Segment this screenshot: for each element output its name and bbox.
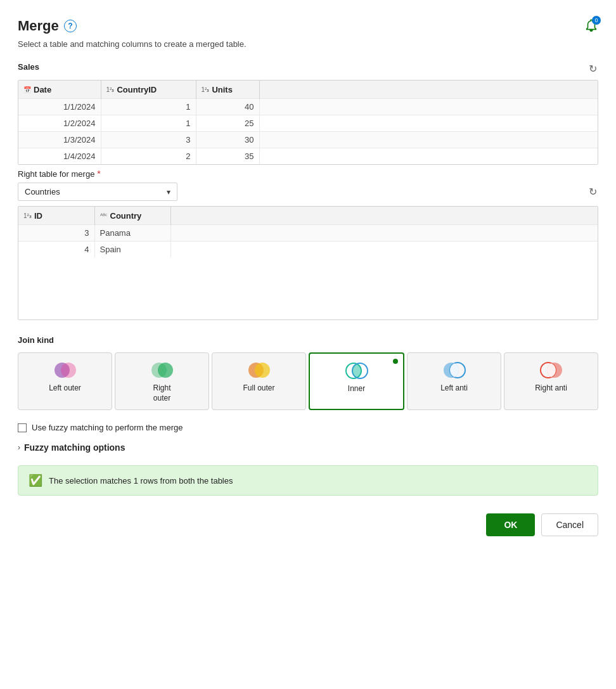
table-row: 1/1/2024 1 40 — [18, 99, 598, 115]
col-countryid-header[interactable]: 1²₃ CountryID — [101, 80, 196, 99]
table-row: 1/2/2024 1 25 — [18, 115, 598, 132]
join-option-inner-label: Inner — [348, 384, 365, 394]
join-options: Left outer Rightouter Full outer Inner — [18, 352, 598, 410]
col-units-header[interactable]: 1²₃ Units — [196, 80, 259, 99]
page-header: Merge ? 0 — [18, 18, 598, 34]
abc-icon: ᴬᴮᶜ — [100, 212, 108, 219]
extra-cell — [170, 225, 598, 241]
join-kind-label: Join kind — [18, 335, 598, 345]
right-anti-venn-icon — [537, 361, 565, 380]
extra-cell — [259, 115, 598, 132]
sales-section-header: Sales ↻ — [18, 61, 598, 76]
sales-refresh-button[interactable]: ↻ — [587, 61, 598, 76]
countryid-cell: 1 — [101, 115, 196, 132]
sales-table: 📅 Date 1²₃ CountryID 1²₃ Units — [18, 80, 598, 164]
join-option-right-anti[interactable]: Right anti — [504, 352, 598, 410]
table-row: 1/3/2024 3 30 — [18, 132, 598, 148]
join-option-right-outer[interactable]: Rightouter — [115, 352, 209, 410]
countryid-cell: 3 — [101, 132, 196, 148]
countries-table-container: 1²₃ ID ᴬᴮᶜ Country 3 Pa — [18, 206, 598, 320]
status-bar: ✅ The selection matches 1 rows from both… — [18, 465, 598, 496]
num-icon-units: 1²₃ — [202, 86, 210, 93]
extra-cell — [259, 148, 598, 165]
date-cell: 1/2/2024 — [18, 115, 101, 132]
dropdown-wrapper: Countries ▾ ↻ — [18, 183, 598, 201]
svg-point-3 — [158, 363, 173, 378]
num-icon-id: 1²₃ — [23, 212, 32, 219]
inner-venn-icon — [343, 361, 371, 380]
sales-table-container: 📅 Date 1²₃ CountryID 1²₃ Units — [18, 80, 598, 165]
notification-badge: 0 — [592, 16, 601, 25]
col-extra-header — [259, 80, 598, 99]
fuzzy-matching-checkbox[interactable] — [18, 423, 27, 432]
units-cell: 30 — [196, 132, 259, 148]
table-row: 4 Spain — [18, 241, 598, 258]
ok-button[interactable]: OK — [486, 513, 535, 536]
help-icon[interactable]: ? — [64, 20, 77, 32]
date-cell: 1/4/2024 — [18, 148, 101, 165]
selected-indicator — [392, 357, 399, 365]
right-table-dropdown[interactable]: Countries ▾ — [18, 183, 177, 201]
chevron-down-icon: ▾ — [167, 188, 170, 196]
id-cell: 3 — [18, 225, 94, 241]
page-title: Merge — [18, 18, 59, 34]
chevron-right-icon: › — [18, 443, 20, 452]
countryid-cell: 2 — [101, 148, 196, 165]
svg-point-5 — [255, 363, 270, 378]
cancel-button[interactable]: Cancel — [541, 513, 598, 536]
country-cell: Spain — [94, 241, 170, 258]
extra-cell — [170, 241, 598, 258]
status-message: The selection matches 1 rows from both t… — [49, 476, 233, 486]
right-table-label: Right table for merge — [18, 169, 94, 179]
right-outer-venn-icon — [148, 361, 176, 380]
left-anti-venn-icon — [440, 361, 468, 380]
join-option-full-outer-label: Full outer — [243, 383, 274, 394]
join-option-full-outer[interactable]: Full outer — [212, 352, 306, 410]
right-table-section: Right table for merge * Countries ▾ ↻ 1²… — [18, 169, 598, 320]
join-option-left-outer-label: Left outer — [49, 383, 81, 394]
join-option-left-anti[interactable]: Left anti — [407, 352, 501, 410]
col-id-header[interactable]: 1²₃ ID — [18, 207, 94, 225]
num-icon-countryid: 1²₃ — [106, 86, 115, 93]
page-subtitle: Select a table and matching columns to c… — [18, 39, 598, 49]
footer-buttons: OK Cancel — [18, 513, 598, 536]
join-option-left-anti-label: Left anti — [440, 383, 468, 394]
countryid-cell: 1 — [101, 99, 196, 115]
date-cell: 1/3/2024 — [18, 132, 101, 148]
date-cell: 1/1/2024 — [18, 99, 101, 115]
required-indicator: * — [97, 169, 100, 179]
dropdown-value: Countries — [25, 187, 60, 196]
svg-point-1 — [61, 363, 76, 378]
status-check-icon: ✅ — [29, 473, 42, 487]
notification-icon[interactable]: 0 — [584, 18, 598, 34]
col-date-header[interactable]: 📅 Date — [18, 80, 101, 99]
join-option-inner[interactable]: Inner — [309, 352, 404, 410]
right-table-refresh-button[interactable]: ↻ — [587, 184, 598, 199]
sales-label: Sales — [18, 62, 39, 72]
fuzzy-matching-toggle[interactable]: › Fuzzy matching options — [18, 442, 598, 453]
country-cell: Panama — [94, 225, 170, 241]
extra-cell — [259, 99, 598, 115]
fuzzy-matching-section-title: Fuzzy matching options — [24, 442, 125, 453]
units-cell: 40 — [196, 99, 259, 115]
join-option-right-anti-label: Right anti — [535, 383, 567, 394]
join-option-right-outer-label: Rightouter — [153, 383, 170, 403]
col-extra-header2 — [170, 207, 598, 225]
calendar-icon: 📅 — [23, 86, 31, 93]
table-row: 3 Panama — [18, 225, 598, 241]
join-option-left-outer[interactable]: Left outer — [18, 352, 112, 410]
id-cell: 4 — [18, 241, 94, 258]
table-row: 1/4/2024 2 35 — [18, 148, 598, 165]
col-country-header[interactable]: ᴬᴮᶜ Country — [94, 207, 170, 225]
full-outer-venn-icon — [245, 361, 273, 380]
left-outer-venn-icon — [51, 361, 79, 380]
units-cell: 35 — [196, 148, 259, 165]
fuzzy-matching-label: Use fuzzy matching to perform the merge — [32, 423, 183, 432]
units-cell: 25 — [196, 115, 259, 132]
title-row: Merge ? — [18, 18, 77, 34]
countries-table: 1²₃ ID ᴬᴮᶜ Country 3 Pa — [18, 207, 598, 257]
fuzzy-matching-row: Use fuzzy matching to perform the merge — [18, 423, 598, 432]
extra-cell — [259, 132, 598, 148]
